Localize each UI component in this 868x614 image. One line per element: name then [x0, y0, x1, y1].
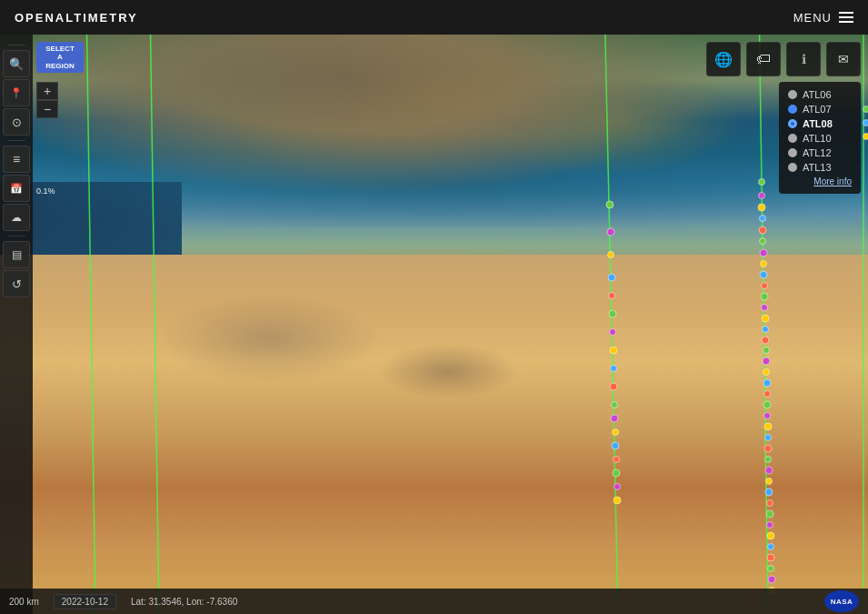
legend-dot-atl13 [788, 163, 797, 172]
svg-point-52 [767, 500, 773, 507]
svg-point-55 [767, 532, 774, 539]
svg-point-20 [613, 469, 620, 477]
target-button[interactable]: ⊙ [3, 108, 30, 136]
svg-point-23 [759, 179, 765, 186]
svg-point-19 [614, 457, 620, 463]
svg-point-61 [863, 106, 869, 113]
svg-point-40 [763, 369, 770, 376]
svg-point-44 [764, 413, 771, 419]
legend-label-atl12: ATL12 [803, 147, 832, 158]
svg-point-24 [759, 193, 765, 199]
svg-point-35 [762, 315, 769, 322]
more-info-link[interactable]: More info [788, 176, 852, 186]
target-icon: ⊙ [12, 116, 22, 129]
zoom-in-button[interactable]: + [36, 82, 58, 100]
svg-point-49 [765, 467, 773, 474]
tag-icon: 🏷 [756, 51, 771, 67]
globe-button[interactable]: 🌐 [706, 42, 741, 76]
svg-point-11 [610, 329, 616, 336]
percent-label: 0.1% [36, 186, 55, 196]
svg-point-54 [767, 522, 773, 528]
top-right-toolbar: 🌐 🏷 ℹ ✉ [706, 42, 861, 76]
svg-point-16 [611, 415, 618, 422]
legend-panel: ATL06 ATL07 ATL08 ATL10 ATL12 ATL13 More… [779, 82, 861, 194]
svg-point-37 [762, 337, 769, 344]
legend-dot-atl12 [788, 148, 797, 157]
legend-label-atl06: ATL06 [803, 89, 832, 100]
logo: OPENALTIMETRY [15, 11, 138, 25]
email-button[interactable]: ✉ [826, 42, 861, 76]
svg-point-18 [612, 442, 619, 449]
svg-point-29 [760, 249, 767, 257]
svg-point-32 [762, 283, 768, 289]
legend-label-atl10: ATL10 [803, 133, 832, 144]
layers-button[interactable]: ▤ [3, 241, 30, 268]
tag-button[interactable]: 🏷 [746, 42, 781, 76]
toolbar-divider-2 [7, 140, 25, 141]
svg-point-14 [610, 383, 617, 390]
svg-point-48 [765, 457, 772, 463]
svg-point-47 [764, 445, 772, 452]
scale-label: 200 km [9, 597, 39, 607]
zoom-controls: + − [36, 82, 58, 118]
legend-label-atl08: ATL08 [803, 118, 833, 129]
svg-line-2 [604, 0, 618, 614]
left-toolbar: 🔍 📍 ⊙ ≡ 📅 ☁ ▤ ↺ [0, 35, 33, 614]
svg-point-15 [612, 402, 618, 408]
refresh-button[interactable]: ↺ [3, 270, 30, 297]
legend-dot-atl06 [788, 90, 797, 99]
svg-point-5 [606, 201, 614, 208]
svg-point-31 [760, 271, 767, 278]
header: OPENALTIMETRY MENU [0, 0, 868, 35]
menu-button[interactable]: MENU [793, 11, 853, 25]
svg-point-56 [768, 544, 774, 550]
menu-label: MENU [793, 11, 832, 25]
legend-label-atl07: ATL07 [803, 104, 832, 115]
svg-point-28 [760, 238, 766, 245]
info-button[interactable]: ℹ [786, 42, 821, 76]
svg-point-17 [613, 429, 619, 436]
toolbar-divider-3 [7, 236, 25, 237]
svg-point-30 [761, 261, 767, 267]
svg-point-12 [610, 347, 617, 354]
globe-icon: 🌐 [714, 51, 733, 68]
cloud-icon: ☁ [11, 211, 22, 224]
legend-item-atl10[interactable]: ATL10 [788, 133, 852, 144]
legend-dot-atl07 [788, 105, 797, 114]
map-container[interactable]: OPENALTIMETRY MENU SELECTAREGION + − 0.1… [0, 0, 868, 614]
svg-line-0 [86, 0, 95, 614]
search-icon: 🔍 [9, 57, 24, 71]
date-label: 2022-10-12 [54, 594, 116, 609]
svg-point-21 [614, 484, 621, 490]
menu-icon [839, 12, 853, 23]
svg-point-51 [765, 488, 773, 496]
svg-point-45 [764, 423, 772, 430]
legend-dot-atl10 [788, 134, 797, 143]
svg-point-42 [764, 391, 771, 398]
svg-point-50 [766, 478, 773, 485]
svg-point-53 [766, 510, 773, 518]
legend-item-atl12[interactable]: ATL12 [788, 147, 852, 158]
svg-point-38 [763, 347, 770, 354]
calendar-button[interactable]: 📅 [3, 175, 30, 202]
location-button[interactable]: 📍 [3, 79, 30, 106]
select-region-button[interactable]: SELECTAREGION [36, 42, 84, 73]
svg-point-39 [763, 357, 770, 365]
search-button[interactable]: 🔍 [3, 50, 30, 77]
svg-point-10 [609, 310, 616, 317]
location-icon: 📍 [10, 87, 23, 99]
calendar-icon: 📅 [10, 183, 23, 195]
legend-item-atl13[interactable]: ATL13 [788, 162, 852, 173]
svg-point-59 [768, 576, 775, 583]
cloud-button[interactable]: ☁ [3, 204, 30, 231]
legend-item-atl08[interactable]: ATL08 [788, 118, 852, 129]
svg-point-22 [614, 497, 621, 504]
legend-item-atl07[interactable]: ATL07 [788, 104, 852, 115]
svg-point-46 [765, 435, 772, 441]
list-button[interactable]: ≡ [3, 146, 30, 173]
zoom-out-button[interactable]: − [36, 100, 58, 118]
legend-dot-atl08 [788, 119, 797, 128]
svg-point-57 [767, 554, 774, 561]
toolbar-divider [7, 45, 25, 45]
legend-item-atl06[interactable]: ATL06 [788, 89, 852, 100]
